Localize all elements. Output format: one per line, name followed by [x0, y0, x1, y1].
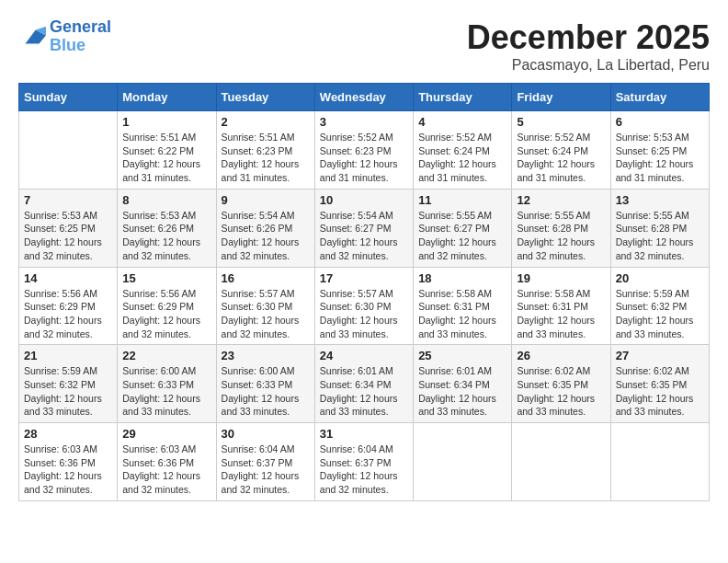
- calendar-cell: [19, 111, 118, 190]
- day-number: 31: [320, 427, 408, 441]
- day-info: Sunrise: 5:57 AM Sunset: 6:30 PM Dayligh…: [320, 287, 408, 341]
- day-number: 25: [418, 349, 506, 362]
- calendar-cell: 14Sunrise: 5:56 AM Sunset: 6:29 PM Dayli…: [19, 267, 118, 345]
- day-info: Sunrise: 5:59 AM Sunset: 6:32 PM Dayligh…: [616, 287, 704, 341]
- calendar-cell: [610, 423, 709, 501]
- day-info: Sunrise: 5:53 AM Sunset: 6:25 PM Dayligh…: [24, 209, 112, 263]
- day-number: 10: [320, 193, 408, 207]
- day-info: Sunrise: 5:52 AM Sunset: 6:24 PM Dayligh…: [517, 131, 605, 185]
- calendar-cell: 28Sunrise: 6:03 AM Sunset: 6:36 PM Dayli…: [19, 423, 118, 501]
- calendar-cell: 1Sunrise: 5:51 AM Sunset: 6:22 PM Daylig…: [118, 111, 216, 190]
- calendar-cell: 11Sunrise: 5:55 AM Sunset: 6:27 PM Dayli…: [414, 189, 512, 267]
- calendar-cell: [414, 423, 512, 501]
- day-info: Sunrise: 5:53 AM Sunset: 6:25 PM Dayligh…: [616, 131, 704, 185]
- day-number: 29: [122, 427, 210, 441]
- weekday-header: Tuesday: [216, 84, 314, 111]
- day-number: 5: [517, 115, 605, 129]
- day-info: Sunrise: 6:03 AM Sunset: 6:36 PM Dayligh…: [122, 442, 210, 497]
- day-number: 21: [24, 349, 112, 362]
- calendar-header: SundayMondayTuesdayWednesdayThursdayFrid…: [19, 84, 710, 111]
- calendar-cell: 4Sunrise: 5:52 AM Sunset: 6:24 PM Daylig…: [414, 111, 512, 190]
- day-info: Sunrise: 5:52 AM Sunset: 6:23 PM Dayligh…: [320, 131, 408, 185]
- day-info: Sunrise: 5:57 AM Sunset: 6:30 PM Dayligh…: [222, 287, 310, 341]
- day-number: 27: [616, 349, 704, 362]
- calendar-cell: 31Sunrise: 6:04 AM Sunset: 6:37 PM Dayli…: [314, 423, 413, 501]
- weekday-header: Saturday: [610, 84, 709, 111]
- day-number: 2: [222, 115, 310, 129]
- day-number: 7: [24, 193, 112, 207]
- weekday-header: Thursday: [414, 84, 512, 111]
- calendar-cell: 25Sunrise: 6:01 AM Sunset: 6:34 PM Dayli…: [414, 345, 512, 423]
- calendar-cell: [512, 423, 610, 501]
- day-number: 17: [320, 271, 408, 285]
- logo-text: General Blue: [50, 18, 111, 55]
- day-number: 16: [222, 271, 310, 285]
- day-number: 24: [320, 349, 408, 362]
- day-number: 22: [122, 349, 210, 362]
- day-info: Sunrise: 5:54 AM Sunset: 6:26 PM Dayligh…: [222, 209, 310, 263]
- day-info: Sunrise: 5:53 AM Sunset: 6:26 PM Dayligh…: [122, 209, 210, 263]
- day-info: Sunrise: 5:51 AM Sunset: 6:22 PM Dayligh…: [122, 131, 210, 185]
- calendar-cell: 13Sunrise: 5:55 AM Sunset: 6:28 PM Dayli…: [610, 189, 709, 267]
- calendar-cell: 30Sunrise: 6:04 AM Sunset: 6:37 PM Dayli…: [216, 423, 314, 501]
- day-info: Sunrise: 5:55 AM Sunset: 6:28 PM Dayligh…: [517, 209, 605, 263]
- calendar-cell: 23Sunrise: 6:00 AM Sunset: 6:33 PM Dayli…: [216, 345, 314, 423]
- day-number: 8: [122, 193, 210, 207]
- calendar-cell: 5Sunrise: 5:52 AM Sunset: 6:24 PM Daylig…: [512, 111, 610, 190]
- month-title: December 2025: [467, 18, 710, 57]
- calendar-cell: 27Sunrise: 6:02 AM Sunset: 6:35 PM Dayli…: [610, 345, 709, 423]
- day-info: Sunrise: 5:52 AM Sunset: 6:24 PM Dayligh…: [418, 131, 506, 185]
- calendar-cell: 20Sunrise: 5:59 AM Sunset: 6:32 PM Dayli…: [610, 267, 709, 345]
- weekday-header: Friday: [512, 84, 610, 111]
- day-number: 23: [222, 349, 310, 362]
- day-number: 3: [320, 115, 408, 129]
- calendar-cell: 21Sunrise: 5:59 AM Sunset: 6:32 PM Dayli…: [19, 345, 118, 423]
- calendar-cell: 8Sunrise: 5:53 AM Sunset: 6:26 PM Daylig…: [118, 189, 216, 267]
- day-number: 6: [616, 115, 704, 129]
- calendar-cell: 2Sunrise: 5:51 AM Sunset: 6:23 PM Daylig…: [216, 111, 314, 190]
- calendar-table: SundayMondayTuesdayWednesdayThursdayFrid…: [18, 83, 710, 501]
- location: Pacasmayo, La Libertad, Peru: [467, 57, 710, 74]
- day-number: 28: [24, 427, 112, 441]
- calendar-cell: 15Sunrise: 5:56 AM Sunset: 6:29 PM Dayli…: [118, 267, 216, 345]
- day-number: 14: [24, 271, 112, 285]
- day-info: Sunrise: 6:00 AM Sunset: 6:33 PM Dayligh…: [122, 364, 210, 419]
- day-number: 9: [222, 193, 310, 207]
- calendar-cell: 10Sunrise: 5:54 AM Sunset: 6:27 PM Dayli…: [314, 189, 413, 267]
- calendar-cell: 7Sunrise: 5:53 AM Sunset: 6:25 PM Daylig…: [19, 189, 118, 267]
- day-info: Sunrise: 6:02 AM Sunset: 6:35 PM Dayligh…: [517, 364, 605, 419]
- day-number: 1: [122, 115, 210, 129]
- calendar-cell: 3Sunrise: 5:52 AM Sunset: 6:23 PM Daylig…: [314, 111, 413, 190]
- calendar-cell: 22Sunrise: 6:00 AM Sunset: 6:33 PM Dayli…: [118, 345, 216, 423]
- calendar-cell: 6Sunrise: 5:53 AM Sunset: 6:25 PM Daylig…: [610, 111, 709, 190]
- calendar-cell: 24Sunrise: 6:01 AM Sunset: 6:34 PM Dayli…: [314, 345, 413, 423]
- day-info: Sunrise: 5:54 AM Sunset: 6:27 PM Dayligh…: [320, 209, 408, 263]
- title-block: December 2025 Pacasmayo, La Libertad, Pe…: [467, 18, 710, 74]
- day-number: 15: [122, 271, 210, 285]
- day-number: 26: [517, 349, 605, 362]
- day-number: 12: [517, 193, 605, 207]
- calendar-cell: 29Sunrise: 6:03 AM Sunset: 6:36 PM Dayli…: [118, 423, 216, 501]
- calendar-cell: 18Sunrise: 5:58 AM Sunset: 6:31 PM Dayli…: [414, 267, 512, 345]
- day-info: Sunrise: 6:01 AM Sunset: 6:34 PM Dayligh…: [418, 364, 506, 419]
- day-number: 13: [616, 193, 704, 207]
- day-info: Sunrise: 6:04 AM Sunset: 6:37 PM Dayligh…: [222, 442, 310, 497]
- weekday-header: Sunday: [19, 84, 118, 111]
- day-info: Sunrise: 6:04 AM Sunset: 6:37 PM Dayligh…: [320, 442, 408, 497]
- day-info: Sunrise: 6:03 AM Sunset: 6:36 PM Dayligh…: [24, 442, 112, 497]
- logo-icon: [18, 23, 46, 51]
- weekday-header: Wednesday: [314, 84, 413, 111]
- calendar-cell: 17Sunrise: 5:57 AM Sunset: 6:30 PM Dayli…: [314, 267, 413, 345]
- day-info: Sunrise: 6:00 AM Sunset: 6:33 PM Dayligh…: [222, 364, 310, 419]
- day-info: Sunrise: 5:55 AM Sunset: 6:28 PM Dayligh…: [616, 209, 704, 263]
- calendar-cell: 26Sunrise: 6:02 AM Sunset: 6:35 PM Dayli…: [512, 345, 610, 423]
- day-number: 20: [616, 271, 704, 285]
- day-info: Sunrise: 5:56 AM Sunset: 6:29 PM Dayligh…: [24, 287, 112, 341]
- calendar-cell: 16Sunrise: 5:57 AM Sunset: 6:30 PM Dayli…: [216, 267, 314, 345]
- day-info: Sunrise: 5:55 AM Sunset: 6:27 PM Dayligh…: [418, 209, 506, 263]
- day-info: Sunrise: 5:58 AM Sunset: 6:31 PM Dayligh…: [418, 287, 506, 341]
- calendar-cell: 19Sunrise: 5:58 AM Sunset: 6:31 PM Dayli…: [512, 267, 610, 345]
- day-info: Sunrise: 5:58 AM Sunset: 6:31 PM Dayligh…: [517, 287, 605, 341]
- day-info: Sunrise: 6:02 AM Sunset: 6:35 PM Dayligh…: [616, 364, 704, 419]
- page-header: General Blue December 2025 Pacasmayo, La…: [18, 18, 710, 74]
